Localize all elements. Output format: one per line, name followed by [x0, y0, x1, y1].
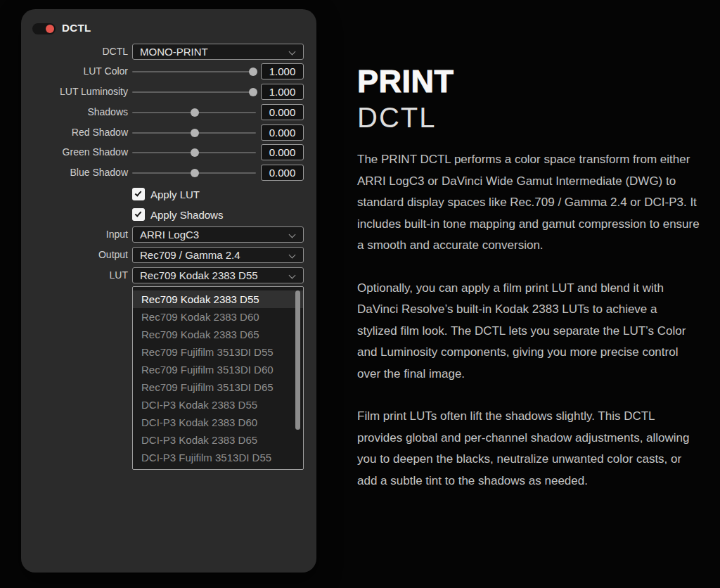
chevron-down-icon — [289, 251, 296, 258]
lut-color-slider-handle[interactable] — [249, 68, 257, 76]
lut-option-rec709-fujifilm-3513di-d60[interactable]: Rec709 Fujifilm 3513DI D60 — [133, 361, 303, 378]
doc-paragraph-1: The PRINT DCTL performs a color space tr… — [357, 149, 700, 257]
slider-track-line — [132, 91, 256, 93]
lut-color-value-field[interactable]: 1.000 — [261, 63, 304, 79]
shadows-slider-handle[interactable] — [191, 108, 199, 117]
slider-label: Red Shadow — [21, 124, 128, 141]
chevron-down-icon — [289, 48, 296, 55]
select-label: Output — [21, 247, 128, 263]
select-label: DCTL — [21, 44, 128, 60]
red-shadow-slider-handle[interactable] — [191, 129, 199, 137]
select-row-input: Input ARRI LogC3 — [21, 226, 316, 243]
apply-lut-checkbox[interactable] — [132, 188, 145, 200]
blue-shadow-slider-track[interactable] — [132, 165, 257, 181]
slider-label: Green Shadow — [21, 144, 128, 160]
lut-dropdown[interactable]: Rec709 Kodak 2383 D55 — [132, 267, 304, 283]
slider-label: Shadows — [21, 104, 128, 120]
lut-option-rec709-kodak-2383-d65[interactable]: Rec709 Kodak 2383 D65 — [133, 326, 303, 343]
panel-title: DCTL — [62, 22, 91, 34]
screen: DCTL DCTL MONO-PRINT Input ARRI LogC3 Ou… — [0, 0, 720, 588]
blue-shadow-value-field[interactable]: 0.000 — [261, 165, 304, 181]
select-value: Rec709 Kodak 2383 D55 — [140, 268, 258, 283]
select-value: MONO-PRINT — [140, 44, 208, 59]
lut-option-dci-p3-fujifilm-3513di-d55[interactable]: DCI-P3 Fujifilm 3513DI D55 — [133, 449, 303, 466]
lut-option-rec709-fujifilm-3513di-d55[interactable]: Rec709 Fujifilm 3513DI D55 — [133, 343, 303, 361]
checkbox-row-apply-lut: Apply LUT — [21, 188, 316, 200]
green-shadow-value-field[interactable]: 0.000 — [261, 144, 304, 160]
lut-color-slider-track[interactable] — [132, 63, 257, 79]
doc-body: The PRINT DCTL performs a color space tr… — [357, 149, 700, 492]
lut-luminosity-slider-handle[interactable] — [249, 88, 257, 96]
select-row-lut: LUT Rec709 Kodak 2383 D55 — [21, 267, 316, 283]
toggle-knob-icon — [46, 25, 54, 33]
slider-label: LUT Color — [21, 63, 128, 79]
select-label: Input — [21, 226, 128, 243]
red-shadow-slider-track[interactable] — [132, 124, 257, 141]
green-shadow-slider-track[interactable] — [132, 144, 257, 160]
lut-option-rec709-kodak-2383-d55[interactable]: Rec709 Kodak 2383 D55 — [133, 290, 303, 308]
checkbox-label: Apply LUT — [150, 188, 200, 200]
lut-luminosity-slider-track[interactable] — [132, 84, 257, 100]
slider-track-line — [132, 71, 256, 72]
check-icon — [135, 189, 142, 196]
slider-row-lut-color: LUT Color 1.000 — [21, 63, 316, 79]
select-row-dctl: DCTL MONO-PRINT — [21, 44, 316, 60]
checkbox-row-apply-shadows: Apply Shadows — [21, 208, 316, 221]
lut-option-dci-p3-kodak-2383-d65[interactable]: DCI-P3 Kodak 2383 D65 — [133, 431, 303, 449]
select-value: Rec709 / Gamma 2.4 — [140, 248, 240, 262]
slider-label: Blue Shadow — [21, 165, 128, 181]
slider-row-red-shadow: Red Shadow 0.000 — [21, 124, 316, 141]
dctl-dropdown[interactable]: MONO-PRINT — [132, 44, 304, 60]
lut-option-dci-p3-kodak-2383-d55[interactable]: DCI-P3 Kodak 2383 D55 — [133, 396, 303, 414]
input-dropdown[interactable]: ARRI LogC3 — [132, 226, 304, 243]
lut-options-list: Rec709 Kodak 2383 D55Rec709 Kodak 2383 D… — [132, 286, 304, 470]
chevron-down-icon — [289, 271, 296, 279]
chevron-down-icon — [289, 231, 296, 238]
green-shadow-slider-handle[interactable] — [191, 148, 199, 157]
lut-option-rec709-kodak-2383-d60[interactable]: Rec709 Kodak 2383 D60 — [133, 308, 303, 326]
doc-paragraph-3: Film print LUTs often lift the shadows s… — [357, 406, 700, 492]
apply-shadows-checkbox[interactable] — [132, 208, 145, 221]
panel-header: DCTL — [21, 21, 316, 37]
documentation: PRINT DCTL The PRINT DCTL performs a col… — [357, 65, 700, 513]
red-shadow-value-field[interactable]: 0.000 — [261, 124, 304, 141]
lut-option-rec709-fujifilm-3513di-d65[interactable]: Rec709 Fujifilm 3513DI D65 — [133, 378, 303, 396]
slider-label: LUT Luminosity — [21, 84, 128, 100]
slider-row-green-shadow: Green Shadow 0.000 — [21, 144, 316, 160]
shadows-slider-track[interactable] — [132, 104, 257, 120]
check-icon — [135, 210, 142, 217]
blue-shadow-slider-handle[interactable] — [191, 169, 199, 177]
list-scrollbar-thumb[interactable] — [295, 290, 300, 430]
select-label: LUT — [21, 267, 128, 283]
shadows-value-field[interactable]: 0.000 — [261, 104, 304, 120]
page-subtitle: DCTL — [357, 103, 700, 132]
doc-paragraph-2: Optionally, you can apply a film print L… — [357, 278, 700, 385]
lut-luminosity-value-field[interactable]: 1.000 — [261, 84, 304, 100]
checkbox-label: Apply Shadows — [150, 208, 223, 221]
slider-row-lut-luminosity: LUT Luminosity 1.000 — [21, 84, 316, 100]
output-dropdown[interactable]: Rec709 / Gamma 2.4 — [132, 247, 304, 263]
slider-row-shadows: Shadows 0.000 — [21, 104, 316, 120]
dctl-panel: DCTL DCTL MONO-PRINT Input ARRI LogC3 Ou… — [21, 9, 316, 573]
lut-option-dci-p3-kodak-2383-d60[interactable]: DCI-P3 Kodak 2383 D60 — [133, 414, 303, 431]
page-title: PRINT — [357, 65, 700, 98]
select-row-output: Output Rec709 / Gamma 2.4 — [21, 247, 316, 263]
select-value: ARRI LogC3 — [140, 227, 199, 242]
slider-row-blue-shadow: Blue Shadow 0.000 — [21, 165, 316, 181]
dctl-enable-toggle[interactable] — [32, 23, 56, 34]
